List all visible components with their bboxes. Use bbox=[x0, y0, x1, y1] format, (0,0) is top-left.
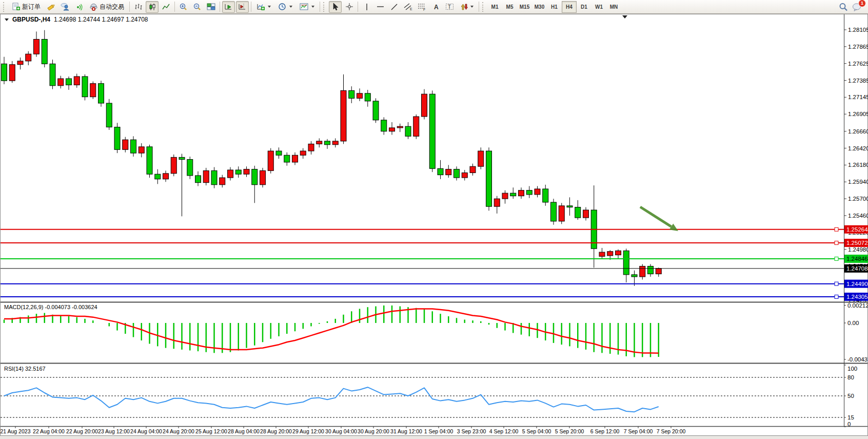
svg-text:1.26905: 1.26905 bbox=[848, 111, 868, 117]
svg-text:1.26660: 1.26660 bbox=[848, 128, 868, 135]
svg-text:24 Aug 04:00: 24 Aug 04:00 bbox=[130, 428, 162, 434]
crosshair-button[interactable] bbox=[343, 1, 356, 13]
svg-text:T: T bbox=[448, 4, 451, 10]
toolbar-grip[interactable] bbox=[482, 2, 486, 12]
notification-badge: 1 bbox=[858, 0, 866, 7]
svg-text:0: 0 bbox=[847, 421, 851, 427]
signals-button[interactable] bbox=[72, 1, 85, 13]
timeframe-m15-button[interactable]: M15 bbox=[517, 1, 532, 13]
chart-shift-icon bbox=[238, 3, 247, 11]
svg-text:1.27385: 1.27385 bbox=[848, 78, 868, 84]
trendline-icon bbox=[390, 3, 398, 11]
auto-scroll-icon bbox=[224, 3, 233, 11]
candlestick-icon bbox=[148, 3, 156, 11]
zoom-out-button[interactable] bbox=[191, 1, 204, 13]
notifications-button[interactable]: 1 bbox=[851, 1, 863, 13]
profile-cloud-icon bbox=[61, 3, 70, 11]
svg-text:1.27865: 1.27865 bbox=[848, 44, 868, 50]
svg-text:1.27625: 1.27625 bbox=[848, 61, 868, 67]
svg-text:100: 100 bbox=[847, 366, 857, 372]
arrows-tool-button[interactable] bbox=[457, 1, 477, 13]
new-order-button[interactable]: 新订单 bbox=[9, 1, 44, 13]
signal-waves-icon bbox=[74, 3, 83, 11]
svg-text:31 Aug 12:00: 31 Aug 12:00 bbox=[390, 428, 422, 434]
toolbar-separator bbox=[320, 2, 320, 12]
indicators-button[interactable] bbox=[253, 1, 274, 13]
svg-text:E: E bbox=[410, 7, 412, 11]
rsi-indicator-label: RSI(14) 32.5167 bbox=[4, 366, 46, 372]
text-label-tool-button[interactable]: T bbox=[443, 1, 456, 13]
toolbar-separator bbox=[251, 2, 251, 12]
svg-text:30 Aug 20:00: 30 Aug 20:00 bbox=[358, 428, 389, 434]
new-order-icon bbox=[12, 3, 21, 11]
svg-text:1.25072: 1.25072 bbox=[846, 240, 868, 246]
toolbar-separator bbox=[129, 2, 130, 12]
zoom-in-icon bbox=[179, 3, 188, 11]
timeframe-h1-button[interactable]: H1 bbox=[547, 1, 562, 13]
svg-text:1.28105: 1.28105 bbox=[848, 27, 868, 33]
timeframe-m30-button[interactable]: M30 bbox=[532, 1, 547, 13]
horizontal-line-icon bbox=[377, 3, 384, 10]
tile-windows-button[interactable] bbox=[205, 1, 218, 13]
timeframe-d1-button[interactable]: D1 bbox=[577, 1, 591, 13]
fibonacci-tool-button[interactable]: F bbox=[416, 1, 428, 13]
autotrading-icon bbox=[89, 3, 98, 11]
vertical-line-tool-button[interactable] bbox=[360, 1, 373, 13]
timeframe-h4-button[interactable]: H4 bbox=[562, 1, 577, 13]
text-tool-button[interactable]: A bbox=[429, 1, 442, 13]
timeframe-m1-button[interactable]: M1 bbox=[487, 1, 502, 13]
toolbar-separator bbox=[220, 2, 220, 12]
svg-text:30 Aug 04:00: 30 Aug 04:00 bbox=[325, 428, 357, 434]
cursor-button[interactable] bbox=[329, 1, 342, 13]
svg-text:80: 80 bbox=[847, 374, 854, 380]
autotrading-button[interactable]: 自动交易 bbox=[86, 1, 127, 13]
auto-scroll-button[interactable] bbox=[222, 1, 235, 13]
charts-button[interactable] bbox=[45, 1, 57, 13]
templates-button[interactable] bbox=[297, 1, 318, 13]
chevron-down-icon bbox=[311, 6, 314, 8]
zoom-in-button[interactable] bbox=[177, 1, 190, 13]
bar-chart-icon bbox=[134, 3, 143, 11]
equidistant-channel-tool-button[interactable]: E bbox=[402, 1, 415, 13]
svg-text:28 Aug 04:00: 28 Aug 04:00 bbox=[228, 428, 260, 434]
svg-text:23 Aug 12:00: 23 Aug 12:00 bbox=[98, 428, 130, 434]
chart-shift-button[interactable] bbox=[236, 1, 249, 13]
search-icon bbox=[839, 3, 848, 11]
crosshair-icon bbox=[345, 3, 353, 11]
candlestick-chart-button[interactable] bbox=[146, 1, 159, 13]
svg-text:1.27145: 1.27145 bbox=[848, 94, 868, 100]
trendline-tool-button[interactable] bbox=[388, 1, 401, 13]
search-button[interactable] bbox=[837, 1, 850, 13]
timeframe-w1-button[interactable]: W1 bbox=[591, 1, 606, 13]
svg-text:1.24846: 1.24846 bbox=[846, 256, 868, 262]
svg-text:25 Aug 12:00: 25 Aug 12:00 bbox=[195, 428, 227, 434]
community-button[interactable] bbox=[58, 1, 71, 13]
chevron-down-icon bbox=[470, 6, 474, 8]
chart-frame bbox=[0, 14, 868, 439]
timeframe-mn-button[interactable]: MN bbox=[606, 1, 621, 13]
chart-menu-icon[interactable] bbox=[5, 18, 9, 21]
svg-text:50: 50 bbox=[847, 393, 854, 399]
svg-text:6 Sep 12:00: 6 Sep 12:00 bbox=[590, 428, 620, 434]
bar-chart-button[interactable] bbox=[132, 1, 145, 13]
svg-text:7 Sep 04:00: 7 Sep 04:00 bbox=[624, 428, 653, 434]
chart-canvas[interactable]: 1.281051.278651.276251.273851.271451.269… bbox=[0, 0, 868, 439]
timeframe-group: M1M5M15M30H1H4D1W1MN bbox=[487, 1, 621, 13]
svg-text:3 Sep 23:00: 3 Sep 23:00 bbox=[457, 428, 486, 434]
svg-text:15: 15 bbox=[847, 414, 854, 421]
periods-button[interactable] bbox=[275, 1, 295, 13]
cursor-icon bbox=[331, 3, 339, 11]
horizontal-line-tool-button[interactable] bbox=[374, 1, 387, 13]
svg-text:F: F bbox=[423, 8, 425, 11]
svg-text:0.00: 0.00 bbox=[847, 320, 859, 326]
line-chart-button[interactable] bbox=[160, 1, 172, 13]
toolbar-grip[interactable] bbox=[323, 2, 327, 12]
chart-ohlc-values: 1.24698 1.24744 1.24697 1.24708 bbox=[54, 16, 148, 23]
svg-text:1.25460: 1.25460 bbox=[848, 213, 868, 219]
timeframe-m5-button[interactable]: M5 bbox=[502, 1, 517, 13]
toolbar-grip[interactable] bbox=[3, 2, 7, 12]
templates-icon bbox=[300, 3, 309, 11]
toolbar-separator bbox=[174, 2, 175, 12]
svg-text:1.25940: 1.25940 bbox=[848, 179, 868, 185]
svg-text:A: A bbox=[434, 4, 439, 11]
